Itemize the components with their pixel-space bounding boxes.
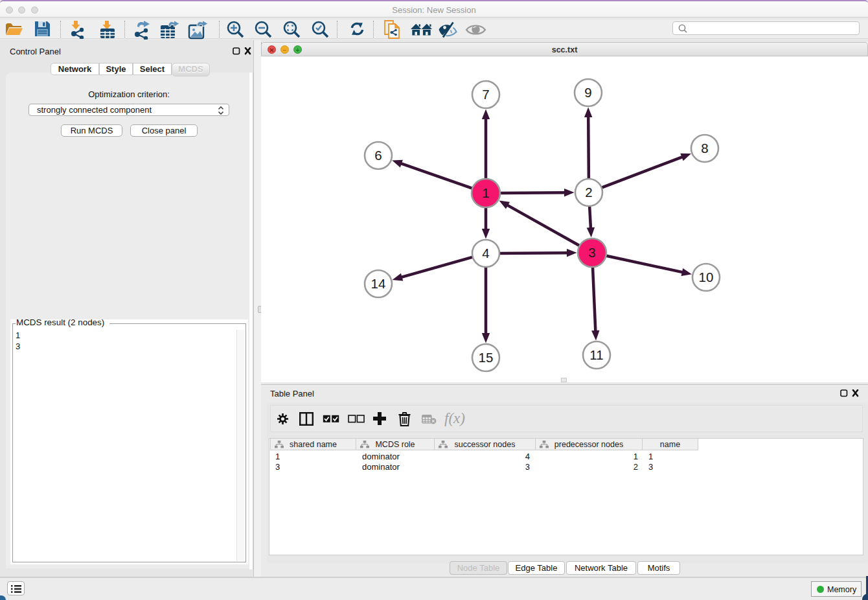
svg-text:10: 10 [699,270,714,284]
svg-text:9: 9 [584,85,591,100]
svg-text:7: 7 [482,87,489,102]
svg-text:15: 15 [479,350,494,365]
svg-text:14: 14 [371,276,386,291]
svg-text:6: 6 [374,148,382,163]
svg-text:3: 3 [588,245,595,260]
svg-text:11: 11 [589,347,603,362]
svg-text:2: 2 [585,185,592,200]
svg-text:1: 1 [482,185,489,200]
svg-text:8: 8 [701,141,708,156]
svg-text:4: 4 [482,246,489,260]
